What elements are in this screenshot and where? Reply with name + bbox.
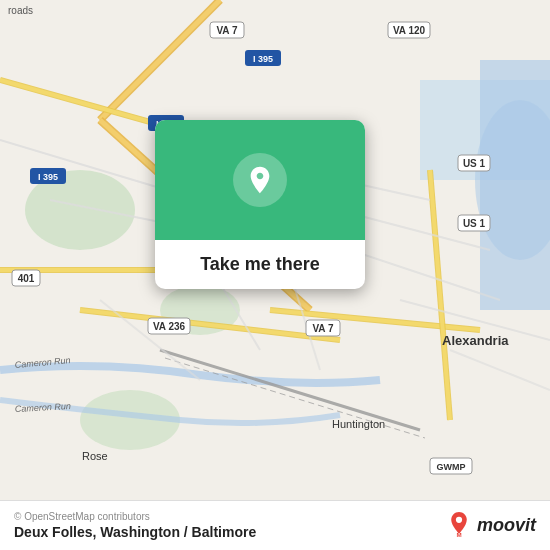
svg-text:GWMP: GWMP: [437, 462, 466, 472]
svg-text:VA 236: VA 236: [153, 321, 186, 332]
svg-text:roads: roads: [8, 5, 33, 16]
bottom-bar: © OpenStreetMap contributors Deux Folles…: [0, 500, 550, 550]
svg-text:VA 7: VA 7: [216, 25, 238, 36]
svg-text:I 395: I 395: [253, 54, 273, 64]
moovit-logo: M moovit: [445, 512, 536, 540]
bottom-left: © OpenStreetMap contributors Deux Folles…: [14, 511, 256, 540]
location-pin-icon: [233, 153, 287, 207]
location-label: Deux Folles, Washington / Baltimore: [14, 524, 256, 540]
svg-text:VA 120: VA 120: [393, 25, 426, 36]
svg-text:Rose: Rose: [82, 450, 108, 462]
svg-text:M: M: [456, 530, 461, 537]
svg-text:US 1: US 1: [463, 218, 486, 229]
moovit-pin-icon: M: [445, 512, 473, 540]
copyright-text: © OpenStreetMap contributors: [14, 511, 256, 522]
svg-text:VA 7: VA 7: [312, 323, 334, 334]
svg-text:US 1: US 1: [463, 158, 486, 169]
svg-point-61: [456, 516, 462, 522]
take-me-there-button[interactable]: Take me there: [155, 240, 365, 289]
svg-text:Alexandria: Alexandria: [442, 333, 509, 348]
moovit-logo-text: moovit: [477, 515, 536, 536]
popup-green-header: [155, 120, 365, 240]
svg-text:Huntington: Huntington: [332, 418, 385, 430]
pin-svg: [244, 164, 276, 196]
popup-card: Take me there: [155, 120, 365, 289]
svg-text:I 395: I 395: [38, 172, 58, 182]
map-container: roads VA 7 VA 120 I 395 I 395 I 395 US 1…: [0, 0, 550, 550]
svg-text:401: 401: [18, 273, 35, 284]
